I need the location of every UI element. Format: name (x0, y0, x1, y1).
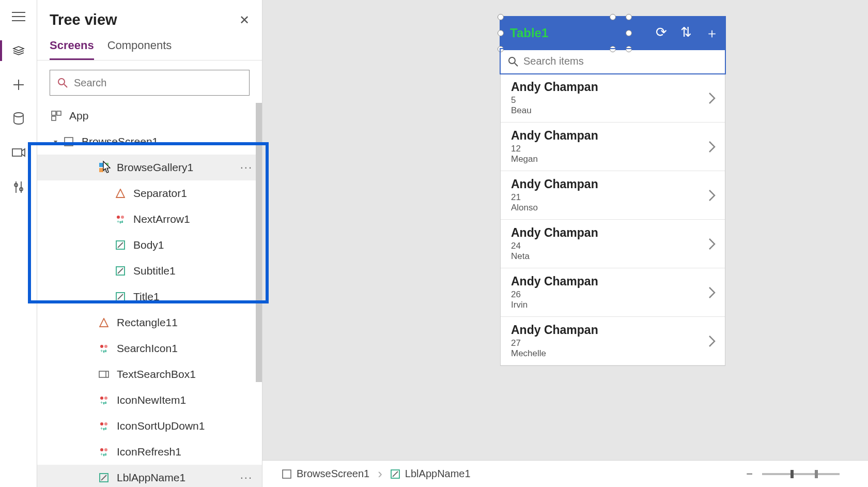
svg-point-12 (58, 79, 65, 85)
node-subtitle1[interactable]: Subtitle1 (37, 258, 262, 284)
app-icon (51, 110, 62, 121)
item-number: 21 (511, 192, 598, 203)
node-iconrefresh1[interactable]: +⇄ IconRefresh1 (37, 439, 262, 465)
insert-icon[interactable] (11, 78, 26, 92)
node-label: BrowseGallery1 (117, 161, 240, 174)
preview-search[interactable] (501, 49, 725, 74)
gallery-item[interactable]: Andy Champan 5 Beau (501, 74, 725, 123)
node-title1[interactable]: Title1 (37, 284, 262, 310)
node-label: IconNewItem1 (117, 394, 253, 406)
close-icon[interactable]: ✕ (239, 13, 250, 27)
svg-point-41 (100, 422, 103, 425)
node-label: App (69, 110, 253, 122)
zoom-tick (815, 470, 818, 478)
node-app[interactable]: App (37, 103, 262, 129)
more-icon[interactable]: ··· (240, 471, 253, 484)
chevron-right-icon[interactable] (708, 286, 716, 299)
chevron-right-icon[interactable] (708, 141, 716, 153)
chevron-right-icon[interactable] (708, 238, 716, 250)
breadcrumb-item-screen[interactable]: BrowseScreen1 (275, 465, 377, 483)
node-iconnewitem1[interactable]: +⇄ IconNewItem1 (37, 387, 262, 413)
tree-search[interactable] (50, 70, 250, 96)
node-browsegallery1[interactable]: BrowseGallery1 ··· (37, 155, 262, 180)
svg-point-38 (100, 397, 103, 400)
preview-search-input[interactable] (523, 55, 718, 67)
media-icon[interactable] (11, 146, 26, 160)
icon-control-icon: +⇄ (115, 214, 126, 225)
resize-handle[interactable] (498, 30, 504, 36)
chevron-right-icon[interactable] (708, 335, 716, 347)
canvas[interactable]: Table1 ⟳ ⇅ ＋ Andy Champan 5 Beau Andy Ch… (262, 0, 868, 487)
item-title: Andy Champan (511, 226, 598, 240)
tab-components[interactable]: Components (107, 33, 172, 60)
tree-view-icon[interactable] (11, 43, 26, 58)
tree-scrollbar[interactable] (256, 103, 262, 382)
svg-point-24 (121, 216, 124, 219)
svg-rect-21 (104, 168, 109, 172)
node-textsearchbox1[interactable]: TextSearchBox1 (37, 361, 262, 387)
zoom-out-button[interactable]: − (746, 467, 753, 481)
node-lblappname1[interactable]: LblAppName1 ··· (37, 465, 262, 487)
screen-icon (63, 136, 74, 147)
chevron-right-icon[interactable] (708, 92, 716, 104)
node-browsescreen1[interactable]: ▾ BrowseScreen1 (37, 129, 262, 155)
svg-point-49 (509, 57, 515, 64)
breadcrumb: BrowseScreen1 › LblAppName1 − + (262, 460, 868, 487)
more-icon[interactable]: ··· (240, 161, 253, 174)
node-label: Subtitle1 (133, 265, 253, 277)
item-number: 27 (511, 338, 598, 348)
shape-icon (98, 317, 110, 328)
gallery-item[interactable]: Andy Champan 26 Irvin (501, 268, 725, 317)
tools-icon[interactable] (11, 180, 26, 194)
zoom-control: − + (746, 467, 856, 481)
tree-search-input[interactable] (74, 77, 242, 89)
breadcrumb-item-label[interactable]: LblAppName1 (383, 465, 478, 483)
item-subtitle: Beau (511, 105, 598, 116)
icon-control-icon: +⇄ (98, 343, 110, 354)
item-number: 5 (511, 95, 598, 105)
resize-handle[interactable] (610, 14, 616, 20)
item-title: Andy Champan (511, 323, 598, 337)
sort-icon[interactable]: ⇅ (680, 24, 692, 42)
svg-text:+⇄: +⇄ (100, 400, 107, 405)
node-label: BrowseScreen1 (82, 135, 253, 148)
add-icon[interactable]: ＋ (705, 24, 719, 42)
chevron-down-icon[interactable]: ▾ (51, 138, 60, 146)
tab-screens[interactable]: Screens (50, 33, 94, 60)
zoom-slider[interactable] (762, 473, 840, 475)
gallery-list[interactable]: Andy Champan 5 Beau Andy Champan 12 Mega… (501, 74, 725, 366)
app-preview[interactable]: Table1 ⟳ ⇅ ＋ Andy Champan 5 Beau Andy Ch… (500, 17, 725, 366)
node-nextarrow1[interactable]: +⇄ NextArrow1 (37, 206, 262, 232)
svg-point-39 (104, 397, 107, 400)
chevron-right-icon[interactable] (708, 189, 716, 202)
panel-title: Tree view (50, 11, 117, 28)
resize-handle[interactable] (626, 14, 632, 20)
node-rectangle11[interactable]: Rectangle11 (37, 310, 262, 336)
item-number: 24 (511, 241, 598, 251)
svg-marker-3 (13, 47, 24, 51)
gallery-item[interactable]: Andy Champan 12 Megan (501, 123, 725, 171)
screen-icon (282, 469, 291, 479)
item-title: Andy Champan (511, 80, 598, 94)
resize-handle[interactable] (498, 14, 504, 20)
node-separator1[interactable]: Separator1 (37, 180, 262, 206)
resize-handle[interactable] (626, 30, 632, 36)
gallery-item[interactable]: Andy Champan 24 Neta (501, 220, 725, 268)
gallery-item[interactable]: Andy Champan 27 Mechelle (501, 317, 725, 366)
hamburger-icon[interactable] (11, 9, 26, 24)
node-label: Separator1 (133, 187, 253, 200)
item-title: Andy Champan (511, 275, 598, 288)
shape-icon (115, 188, 126, 199)
node-label: LblAppName1 (117, 471, 240, 484)
zoom-thumb[interactable] (791, 470, 794, 478)
node-body1[interactable]: Body1 (37, 232, 262, 258)
data-icon[interactable] (11, 112, 26, 126)
node-label: SearchIcon1 (117, 342, 253, 355)
svg-point-6 (14, 113, 23, 117)
svg-line-53 (393, 471, 398, 477)
label-icon (115, 239, 126, 251)
refresh-icon[interactable]: ⟳ (656, 24, 667, 42)
gallery-item[interactable]: Andy Champan 21 Alonso (501, 171, 725, 220)
node-searchicon1[interactable]: +⇄ SearchIcon1 (37, 336, 262, 361)
node-iconsortupdown1[interactable]: +⇄ IconSortUpDown1 (37, 413, 262, 439)
